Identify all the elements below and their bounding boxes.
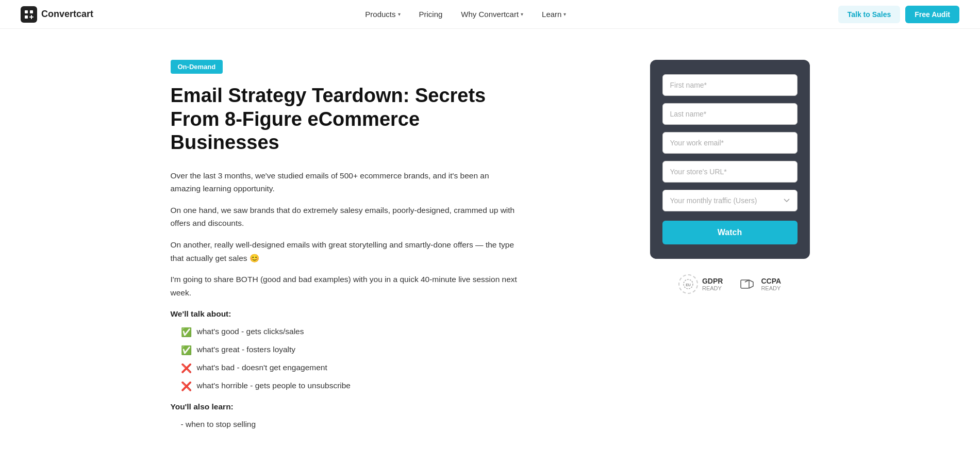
cross-text-2: what's horrible - gets people to unsubsc… [197,381,351,390]
nav-why-convertcart[interactable]: Why Convertcart ▾ [454,6,530,23]
ccpa-icon [737,274,757,294]
list-item: ✅ what's good - gets clicks/sales [181,327,521,338]
list-item: - when to stop selling [181,420,521,429]
cross-text-1: what's bad - doesn't get engagement [197,363,327,372]
email-input[interactable] [662,132,798,154]
checklist: ✅ what's good - gets clicks/sales ✅ what… [171,327,521,392]
first-name-field [662,74,798,96]
learn-chevron-icon: ▾ [563,11,566,17]
check-text-2: what's great - fosters loyalty [197,345,296,354]
left-panel: On-Demand Email Strategy Teardown: Secre… [171,60,521,434]
store-url-input[interactable] [662,161,798,183]
paragraph-2: On one hand, we saw brands that do extre… [171,204,521,230]
on-demand-badge: On-Demand [171,60,223,74]
main-content: On-Demand Email Strategy Teardown: Secre… [129,29,851,455]
email-field [662,132,798,154]
traffic-select[interactable]: Your monthly traffic (Users) 0 - 10,000 … [662,190,798,211]
svg-rect-2 [25,15,28,19]
last-name-input[interactable] [662,103,798,125]
gdpr-text: GDPR READY [702,277,723,291]
svg-rect-0 [25,10,28,13]
navbar: Convertcart Products ▾ Pricing Why Conve… [0,0,980,29]
gdpr-badge: EU GDPR READY [678,274,723,294]
traffic-field: Your monthly traffic (Users) 0 - 10,000 … [662,190,798,211]
list-item: ❌ what's horrible - gets people to unsub… [181,381,521,392]
navbar-nav: Products ▾ Pricing Why Convertcart ▾ Lea… [358,6,573,23]
free-audit-button[interactable]: Free Audit [905,6,959,23]
logo-icon [21,6,37,23]
list-item: ✅ what's great - fosters loyalty [181,345,521,356]
why-chevron-icon: ▾ [521,11,523,17]
list-item: ❌ what's bad - doesn't get engagement [181,363,521,374]
first-name-input[interactable] [662,74,798,96]
cross-icon-1: ❌ [181,363,192,374]
logo-text: Convertcart [41,9,93,20]
compliance-row: EU GDPR READY CCPA READY [650,274,810,294]
nav-products[interactable]: Products ▾ [358,6,407,23]
products-chevron-icon: ▾ [398,11,401,17]
svg-rect-5 [741,280,749,288]
right-panel: Your monthly traffic (Users) 0 - 10,000 … [650,60,810,434]
last-name-field [662,103,798,125]
paragraph-3: On another, really well-designed emails … [171,238,521,265]
logo-link[interactable]: Convertcart [21,6,93,23]
store-url-field [662,161,798,183]
you-learn-list: - when to stop selling [171,420,521,429]
check-text-1: what's good - gets clicks/sales [197,327,304,336]
cross-icon-2: ❌ [181,381,192,392]
nav-learn[interactable]: Learn ▾ [535,6,573,23]
svg-text:EU: EU [686,283,691,287]
you-learn-label: You'll also learn: [171,402,521,411]
form-card: Your monthly traffic (Users) 0 - 10,000 … [650,60,810,259]
nav-pricing[interactable]: Pricing [412,6,450,23]
talk-to-sales-button[interactable]: Talk to Sales [838,6,901,23]
navbar-actions: Talk to Sales Free Audit [838,6,959,23]
checklist-label: We'll talk about: [171,309,521,319]
you-learn-section: You'll also learn: - when to stop sellin… [171,402,521,429]
gdpr-icon: EU [678,274,698,294]
paragraph-4: I'm going to share BOTH (good and bad ex… [171,273,521,299]
check-icon-1: ✅ [181,327,192,338]
page-title: Email Strategy Teardown: Secrets From 8-… [171,84,521,155]
ccpa-badge: CCPA READY [737,274,781,294]
svg-rect-1 [30,10,33,13]
paragraph-1: Over the last 3 months, we've studied em… [171,169,521,195]
check-icon-2: ✅ [181,345,192,356]
ccpa-text: CCPA READY [761,277,781,291]
watch-button[interactable]: Watch [662,221,798,244]
